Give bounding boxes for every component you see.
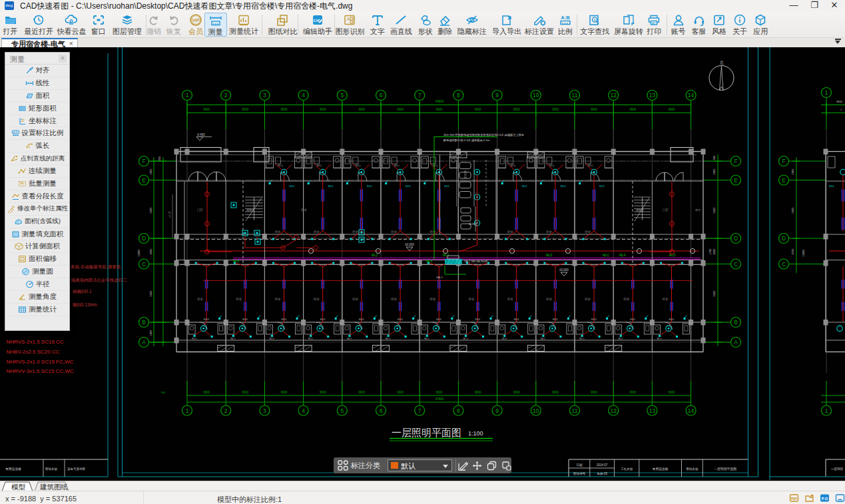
svg-text:7: 7	[418, 92, 422, 99]
svg-text:3600: 3600	[513, 108, 521, 111]
svg-text:3600: 3600	[358, 108, 366, 111]
svg-text:9: 9	[495, 92, 499, 99]
svg-text:C: C	[142, 261, 146, 268]
svg-text:3600: 3600	[203, 391, 210, 394]
svg-text:NHRVS-2x1.0 SC15 FC,WC: NHRVS-2x1.0 SC15 FC,WC	[7, 359, 74, 365]
svg-text:P·D: P·D	[822, 497, 828, 501]
svg-text:1: 1	[186, 407, 189, 414]
svg-text:11: 11	[572, 92, 578, 99]
svg-text:5400: 5400	[791, 207, 794, 214]
svg-text:5400: 5400	[712, 290, 716, 297]
svg-text:B: B	[142, 319, 146, 326]
svg-text:16800: 16800	[802, 249, 805, 257]
svg-text:3600: 3600	[435, 108, 443, 111]
svg-text:1AL1: 1AL1	[436, 276, 443, 279]
svg-text:建筑图纸: 建筑图纸	[39, 483, 68, 491]
svg-text:专用宿舍楼: 专用宿舍楼	[653, 467, 669, 471]
svg-text:日期: 日期	[576, 463, 583, 467]
svg-text:C: C	[734, 261, 738, 268]
svg-text:NHRVS-2x1.5 SC15 CC: NHRVS-2x1.5 SC15 CC	[7, 339, 64, 345]
svg-text:D: D	[782, 235, 786, 242]
svg-text:北: 北	[720, 60, 724, 65]
svg-text:8: 8	[457, 407, 460, 414]
svg-text:A: A	[347, 17, 350, 21]
svg-text:离箱,手动输装等距,测量箱: 离箱,手动输装等距,测量箱	[70, 264, 121, 270]
svg-text:VIP: VIP	[192, 18, 200, 23]
svg-text:1: 1	[825, 407, 828, 414]
svg-text:模型: 模型	[11, 483, 26, 491]
svg-text:3600: 3600	[552, 108, 559, 111]
svg-text:WL2: WL2	[443, 254, 449, 257]
svg-text:2: 2	[224, 92, 228, 99]
svg-text:16800: 16800	[137, 249, 141, 257]
svg-text:1800: 1800	[712, 168, 716, 175]
svg-text:1780: 1780	[708, 248, 712, 255]
svg-text:F: F	[142, 158, 145, 164]
svg-text:宿舍: 宿舍	[695, 208, 701, 212]
svg-text:WLC: WLC	[603, 254, 610, 257]
svg-text:12: 12	[610, 92, 617, 99]
svg-text:精确到0.1: 精确到0.1	[73, 289, 92, 294]
svg-text:3600: 3600	[242, 391, 249, 394]
svg-text:WL6: WL6	[426, 260, 433, 263]
svg-text:3600: 3600	[320, 391, 327, 394]
svg-text:图纸名称: 图纸名称	[686, 467, 699, 471]
svg-text:A: A	[594, 18, 597, 22]
svg-text:D: D	[734, 235, 738, 242]
svg-text:300×300 暗装配电箱挂墙明装安装底边距地1.5米 高端: 300×300 暗装配电箱挂墙明装安装底边距地1.5米 高端标注上固定	[443, 133, 524, 137]
svg-text:A: A	[142, 339, 146, 346]
svg-text:E: E	[142, 177, 146, 184]
svg-text:×: ×	[840, 108, 842, 111]
svg-text:3600: 3600	[591, 108, 598, 111]
svg-text:11: 11	[572, 407, 578, 414]
svg-text:3600: 3600	[552, 391, 559, 394]
svg-text:6: 6	[380, 407, 383, 414]
svg-text:B: B	[734, 319, 738, 326]
svg-text:7: 7	[418, 407, 422, 414]
svg-text:±0.000: ±0.000	[405, 243, 414, 246]
svg-text:2400: 2400	[712, 248, 716, 255]
svg-text:3600: 3600	[320, 108, 327, 111]
svg-text:3600: 3600	[280, 108, 288, 111]
svg-text:10: 10	[533, 407, 539, 414]
svg-text:3600: 3600	[474, 108, 481, 111]
svg-text:3600: 3600	[242, 108, 249, 111]
svg-text:2: 2	[224, 407, 228, 414]
svg-text:工程名称: 工程名称	[621, 467, 633, 471]
svg-text:3600: 3600	[358, 391, 366, 394]
svg-text:E: E	[734, 177, 738, 184]
svg-text:4: 4	[302, 92, 305, 99]
svg-text:E: E	[782, 177, 786, 184]
svg-text:A:B: A:B	[13, 130, 17, 134]
svg-text:x: x	[21, 117, 23, 121]
svg-text:14: 14	[688, 407, 695, 414]
svg-text:9: 9	[495, 407, 499, 414]
svg-text:F: F	[782, 158, 785, 164]
svg-text:门厅: 门厅	[663, 208, 669, 212]
svg-text:1800: 1800	[791, 168, 794, 175]
svg-text:47800: 47800	[435, 397, 444, 401]
svg-text:3600: 3600	[668, 391, 675, 394]
svg-text:1800: 1800	[149, 168, 152, 175]
svg-text:某电气系统图: 某电气系统图	[67, 467, 85, 471]
svg-text:NHRVV-3x1.5 SC15 CC,WC: NHRVV-3x1.5 SC15 CC,WC	[7, 368, 74, 374]
svg-text:6: 6	[380, 92, 383, 99]
svg-text:1800: 1800	[149, 330, 152, 336]
svg-text:一层照明平面图: 一层照明平面图	[714, 467, 736, 471]
svg-text:图纸名称: 图纸名称	[45, 467, 58, 471]
svg-text:3600: 3600	[280, 391, 288, 394]
svg-text:1: 1	[186, 92, 189, 99]
svg-text:3600: 3600	[629, 108, 637, 111]
svg-text:2330: 2330	[791, 248, 794, 255]
svg-text:KD1: KD1	[829, 184, 835, 188]
svg-text:5: 5	[340, 407, 344, 414]
svg-text:C: C	[782, 261, 786, 268]
svg-text:PDF: PDF	[791, 497, 798, 501]
svg-text:3600: 3600	[668, 108, 675, 111]
svg-text:5400: 5400	[149, 207, 152, 214]
svg-text:卫生间: 卫生间	[463, 170, 467, 178]
svg-text:1AL1 380-4A-30kW: 1AL1 380-4A-30kW	[464, 260, 487, 263]
svg-text:3: 3	[263, 92, 266, 99]
svg-text:5400: 5400	[712, 207, 716, 214]
svg-text:3600: 3600	[435, 391, 443, 394]
